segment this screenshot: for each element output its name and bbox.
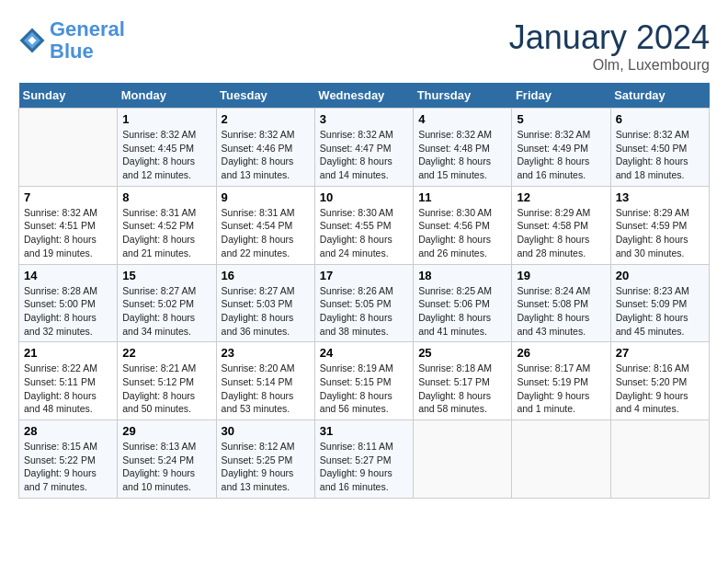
day-number: 25 <box>418 346 506 360</box>
day-cell: 24Sunrise: 8:19 AMSunset: 5:15 PMDayligh… <box>314 342 413 420</box>
day-info: Sunrise: 8:23 AMSunset: 5:09 PMDaylight:… <box>616 284 704 339</box>
day-number: 26 <box>517 346 605 360</box>
day-number: 11 <box>418 190 506 204</box>
day-info: Sunrise: 8:32 AMSunset: 4:46 PMDaylight:… <box>222 128 310 182</box>
day-cell: 13Sunrise: 8:29 AMSunset: 4:59 PMDayligh… <box>610 186 709 264</box>
day-info: Sunrise: 8:29 AMSunset: 4:59 PMDaylight:… <box>616 206 704 260</box>
col-header-wednesday: Wednesday <box>314 83 413 109</box>
day-cell: 22Sunrise: 8:21 AMSunset: 5:12 PMDayligh… <box>118 342 216 420</box>
calendar-table: SundayMondayTuesdayWednesdayThursdayFrid… <box>18 83 710 499</box>
day-number: 29 <box>122 424 210 438</box>
day-info: Sunrise: 8:13 AMSunset: 5:24 PMDaylight:… <box>122 440 210 494</box>
day-number: 3 <box>320 112 408 126</box>
day-number: 19 <box>517 269 605 282</box>
col-header-thursday: Thursday <box>414 83 512 109</box>
day-number: 4 <box>418 112 506 126</box>
day-cell: 28Sunrise: 8:15 AMSunset: 5:22 PMDayligh… <box>19 420 118 499</box>
day-cell: 2Sunrise: 8:32 AMSunset: 4:46 PMDaylight… <box>216 109 314 187</box>
day-number: 2 <box>222 112 310 126</box>
day-cell: 23Sunrise: 8:20 AMSunset: 5:14 PMDayligh… <box>216 342 314 420</box>
day-info: Sunrise: 8:31 AMSunset: 4:52 PMDaylight:… <box>122 206 210 260</box>
day-info: Sunrise: 8:29 AMSunset: 4:58 PMDaylight:… <box>517 206 605 260</box>
day-number: 9 <box>222 190 310 204</box>
day-cell <box>512 420 610 499</box>
day-cell: 30Sunrise: 8:12 AMSunset: 5:25 PMDayligh… <box>216 420 314 499</box>
day-number: 5 <box>517 112 605 126</box>
day-info: Sunrise: 8:26 AMSunset: 5:05 PMDaylight:… <box>320 284 408 339</box>
day-number: 7 <box>24 190 112 204</box>
day-cell: 4Sunrise: 8:32 AMSunset: 4:48 PMDaylight… <box>414 109 512 187</box>
logo-line2: Blue <box>50 40 94 63</box>
day-number: 13 <box>616 190 704 204</box>
day-number: 23 <box>222 346 310 360</box>
day-info: Sunrise: 8:15 AMSunset: 5:22 PMDaylight:… <box>24 440 112 494</box>
day-cell <box>610 420 709 499</box>
day-cell: 12Sunrise: 8:29 AMSunset: 4:58 PMDayligh… <box>512 186 610 264</box>
day-cell: 25Sunrise: 8:18 AMSunset: 5:17 PMDayligh… <box>414 342 512 420</box>
day-cell: 15Sunrise: 8:27 AMSunset: 5:02 PMDayligh… <box>118 264 216 342</box>
day-info: Sunrise: 8:30 AMSunset: 4:55 PMDaylight:… <box>320 206 408 260</box>
day-info: Sunrise: 8:17 AMSunset: 5:19 PMDaylight:… <box>517 362 605 416</box>
col-header-tuesday: Tuesday <box>216 83 314 109</box>
day-cell: 1Sunrise: 8:32 AMSunset: 4:45 PMDaylight… <box>118 109 216 187</box>
col-header-sunday: Sunday <box>19 83 118 109</box>
week-row-5: 28Sunrise: 8:15 AMSunset: 5:22 PMDayligh… <box>19 420 710 499</box>
day-info: Sunrise: 8:28 AMSunset: 5:00 PMDaylight:… <box>24 284 112 339</box>
day-info: Sunrise: 8:11 AMSunset: 5:27 PMDaylight:… <box>320 440 408 494</box>
day-cell: 19Sunrise: 8:24 AMSunset: 5:08 PMDayligh… <box>512 264 610 342</box>
day-cell: 5Sunrise: 8:32 AMSunset: 4:49 PMDaylight… <box>512 109 610 187</box>
day-number: 27 <box>616 346 704 360</box>
day-cell: 6Sunrise: 8:32 AMSunset: 4:50 PMDaylight… <box>610 109 709 187</box>
day-number: 18 <box>418 269 506 282</box>
day-cell: 10Sunrise: 8:30 AMSunset: 4:55 PMDayligh… <box>314 186 413 264</box>
day-number: 6 <box>616 112 704 126</box>
day-cell: 3Sunrise: 8:32 AMSunset: 4:47 PMDaylight… <box>314 109 413 187</box>
day-cell: 11Sunrise: 8:30 AMSunset: 4:56 PMDayligh… <box>414 186 512 264</box>
page-header: General Blue January 2024 Olm, Luxembour… <box>18 18 710 74</box>
day-info: Sunrise: 8:22 AMSunset: 5:11 PMDaylight:… <box>24 362 112 416</box>
day-number: 28 <box>24 424 112 438</box>
day-info: Sunrise: 8:18 AMSunset: 5:17 PMDaylight:… <box>418 362 506 416</box>
day-cell: 17Sunrise: 8:26 AMSunset: 5:05 PMDayligh… <box>314 264 413 342</box>
day-number: 16 <box>222 269 310 282</box>
day-info: Sunrise: 8:32 AMSunset: 4:48 PMDaylight:… <box>418 128 506 182</box>
day-info: Sunrise: 8:19 AMSunset: 5:15 PMDaylight:… <box>320 362 408 416</box>
day-info: Sunrise: 8:16 AMSunset: 5:20 PMDaylight:… <box>616 362 704 416</box>
day-number: 10 <box>320 190 408 204</box>
day-number: 20 <box>616 269 704 282</box>
day-number: 1 <box>122 112 210 126</box>
day-number: 30 <box>222 424 310 438</box>
day-number: 15 <box>122 269 210 282</box>
logo-line1: General <box>50 17 125 40</box>
week-row-3: 14Sunrise: 8:28 AMSunset: 5:00 PMDayligh… <box>19 264 710 342</box>
logo: General Blue <box>18 18 125 63</box>
day-cell: 7Sunrise: 8:32 AMSunset: 4:51 PMDaylight… <box>19 186 118 264</box>
day-info: Sunrise: 8:20 AMSunset: 5:14 PMDaylight:… <box>222 362 310 416</box>
day-info: Sunrise: 8:12 AMSunset: 5:25 PMDaylight:… <box>222 440 310 494</box>
day-cell: 31Sunrise: 8:11 AMSunset: 5:27 PMDayligh… <box>314 420 413 499</box>
day-number: 8 <box>122 190 210 204</box>
day-cell: 14Sunrise: 8:28 AMSunset: 5:00 PMDayligh… <box>19 264 118 342</box>
day-info: Sunrise: 8:25 AMSunset: 5:06 PMDaylight:… <box>418 284 506 339</box>
day-cell: 29Sunrise: 8:13 AMSunset: 5:24 PMDayligh… <box>118 420 216 499</box>
week-row-4: 21Sunrise: 8:22 AMSunset: 5:11 PMDayligh… <box>19 342 710 420</box>
day-number: 21 <box>24 346 112 360</box>
day-info: Sunrise: 8:27 AMSunset: 5:03 PMDaylight:… <box>222 284 310 339</box>
day-cell: 18Sunrise: 8:25 AMSunset: 5:06 PMDayligh… <box>414 264 512 342</box>
week-row-2: 7Sunrise: 8:32 AMSunset: 4:51 PMDaylight… <box>19 186 710 264</box>
day-info: Sunrise: 8:32 AMSunset: 4:51 PMDaylight:… <box>24 206 112 260</box>
day-number: 14 <box>24 269 112 282</box>
day-info: Sunrise: 8:30 AMSunset: 4:56 PMDaylight:… <box>418 206 506 260</box>
day-cell <box>414 420 512 499</box>
col-header-saturday: Saturday <box>610 83 709 109</box>
day-cell: 8Sunrise: 8:31 AMSunset: 4:52 PMDaylight… <box>118 186 216 264</box>
day-info: Sunrise: 8:27 AMSunset: 5:02 PMDaylight:… <box>122 284 210 339</box>
day-info: Sunrise: 8:21 AMSunset: 5:12 PMDaylight:… <box>122 362 210 416</box>
day-number: 22 <box>122 346 210 360</box>
day-number: 31 <box>320 424 408 438</box>
day-cell: 9Sunrise: 8:31 AMSunset: 4:54 PMDaylight… <box>216 186 314 264</box>
title-block: January 2024 Olm, Luxembourg <box>509 18 710 74</box>
day-cell <box>19 109 118 187</box>
col-header-monday: Monday <box>118 83 216 109</box>
day-info: Sunrise: 8:32 AMSunset: 4:45 PMDaylight:… <box>122 128 210 182</box>
